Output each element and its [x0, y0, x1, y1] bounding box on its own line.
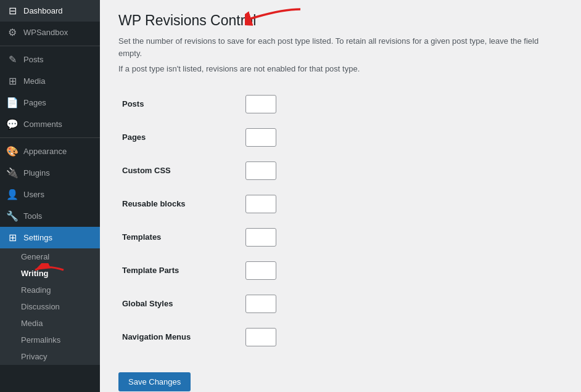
sidebar-item-label: Pages [23, 98, 46, 107]
field-input-cell [242, 154, 562, 187]
table-row: Posts [118, 88, 562, 121]
table-row: Navigation Menus [118, 321, 562, 354]
description-2: If a post type isn't listed, revisions a… [118, 63, 562, 75]
submenu-privacy[interactable]: Privacy [0, 348, 100, 365]
field-label: Templates [118, 221, 242, 254]
settings-open-indicator [95, 232, 100, 243]
comments-icon: 💬 [6, 118, 19, 130]
title-wrapper: WP Revisions Control [118, 12, 256, 35]
sidebar-item-tools[interactable]: 🔧 Tools [0, 205, 100, 227]
sidebar-item-label: Posts [23, 55, 44, 64]
posts-icon: ✎ [6, 54, 19, 65]
sidebar-item-media[interactable]: ⊞ Media [0, 70, 100, 92]
table-row: Custom CSS [118, 154, 562, 187]
field-input-cell [242, 321, 562, 354]
writing-red-arrow [34, 263, 65, 277]
submit-row: Save Changes [118, 366, 562, 391]
revision-count-input-reusable_blocks[interactable] [245, 195, 276, 213]
revision-count-input-posts[interactable] [245, 95, 276, 113]
tools-icon: 🔧 [6, 210, 19, 222]
field-label: Global Styles [118, 287, 242, 321]
dashboard-icon: ⊟ [6, 5, 19, 17]
sidebar-item-label: WPSandbox [23, 28, 68, 37]
users-icon: 👤 [6, 189, 19, 200]
sidebar-item-label: Plugins [23, 168, 50, 178]
appearance-icon: 🎨 [6, 145, 19, 157]
field-input-cell [242, 287, 562, 321]
field-label: Custom CSS [118, 154, 242, 187]
settings-row-wrapper: ⊞ Settings [0, 227, 100, 248]
page-title: WP Revisions Control [118, 12, 256, 29]
sidebar-divider2 [0, 137, 100, 138]
submenu-discussion[interactable]: Discussion [0, 298, 100, 315]
revision-count-input-navigation_menus[interactable] [245, 328, 276, 346]
sidebar-item-users[interactable]: 👤 Users [0, 184, 100, 205]
submenu-general[interactable]: General [0, 248, 100, 265]
sidebar-item-label: Users [23, 190, 44, 199]
field-input-cell [242, 254, 562, 287]
field-label: Template Parts [118, 254, 242, 287]
sidebar-item-posts[interactable]: ✎ Posts [0, 49, 100, 70]
sidebar-item-comments[interactable]: 💬 Comments [0, 113, 100, 135]
save-changes-button[interactable]: Save Changes [118, 372, 191, 391]
sidebar-item-label: Settings [23, 233, 52, 242]
description-1: Set the number of revisions to save for … [118, 35, 562, 59]
field-input-cell [242, 187, 562, 221]
table-row: Global Styles [118, 287, 562, 321]
revision-count-input-pages[interactable] [245, 128, 276, 147]
field-label: Reusable blocks [118, 187, 242, 221]
sidebar-item-settings[interactable]: ⊞ Settings [0, 227, 100, 248]
field-label: Pages [118, 121, 242, 154]
sidebar-divider [0, 46, 100, 46]
media-icon: ⊞ [6, 75, 19, 87]
sidebar-item-dashboard[interactable]: ⊟ Dashboard [0, 0, 100, 22]
wpsandbox-icon: ⚙ [6, 27, 19, 38]
revision-count-input-template_parts[interactable] [245, 261, 276, 280]
revision-count-input-global_styles[interactable] [245, 295, 276, 313]
title-red-arrow [245, 6, 307, 31]
field-input-cell [242, 121, 562, 154]
plugins-icon: 🔌 [6, 167, 19, 179]
table-row: Templates [118, 221, 562, 254]
field-label: Posts [118, 88, 242, 121]
revision-form-table: Posts Pages Custom CSS Reusable blocks T… [118, 88, 562, 354]
sidebar-item-plugins[interactable]: 🔌 Plugins [0, 162, 100, 184]
sidebar-item-label: Tools [23, 211, 42, 221]
field-input-cell [242, 88, 562, 121]
table-row: Pages [118, 121, 562, 154]
sidebar-item-label: Appearance [23, 147, 67, 156]
revision-count-input-templates[interactable] [245, 228, 276, 247]
submenu-reading[interactable]: Reading [0, 282, 100, 298]
sidebar-item-pages[interactable]: 📄 Pages [0, 92, 100, 113]
field-label: Navigation Menus [118, 321, 242, 354]
sidebar-item-label: Media [23, 76, 45, 86]
sidebar-item-label: Comments [23, 120, 62, 129]
submenu-writing[interactable]: Writing [0, 265, 100, 282]
main-content: WP Revisions Control Set the number of r… [100, 0, 581, 392]
revision-count-input-custom_css[interactable] [245, 161, 276, 180]
sidebar-item-appearance[interactable]: 🎨 Appearance [0, 141, 100, 162]
field-input-cell [242, 221, 562, 254]
settings-icon: ⊞ [6, 232, 19, 243]
table-row: Reusable blocks [118, 187, 562, 221]
sidebar-item-label: Dashboard [23, 6, 63, 15]
settings-submenu: General Writing Reading Discussion Media… [0, 248, 100, 365]
submenu-permalinks[interactable]: Permalinks [0, 332, 100, 348]
pages-icon: 📄 [6, 97, 19, 108]
table-row: Template Parts [118, 254, 562, 287]
sidebar-item-wpsandbox[interactable]: ⚙ WPSandbox [0, 22, 100, 43]
sidebar: ⊟ Dashboard ⚙ WPSandbox ✎ Posts ⊞ Media … [0, 0, 100, 392]
submenu-media[interactable]: Media [0, 315, 100, 332]
